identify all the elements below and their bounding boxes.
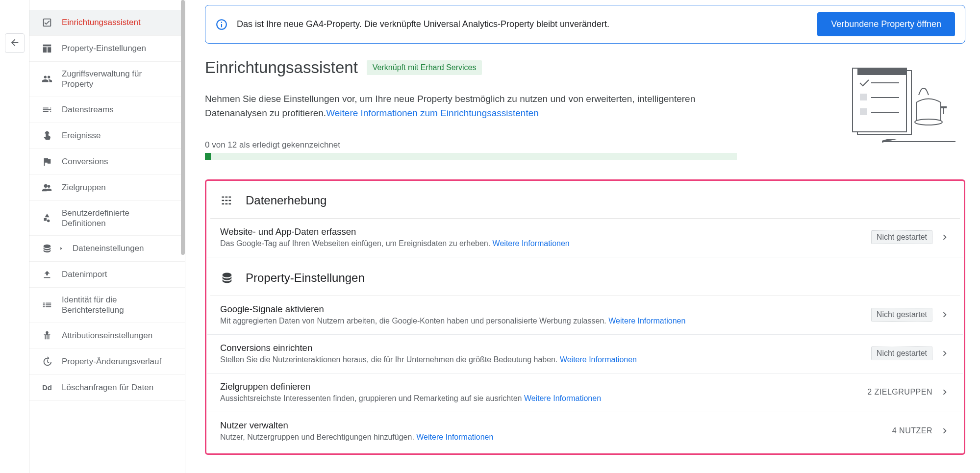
sidebar-item-setup-assistant[interactable]: Einrichtungsassistent	[29, 10, 185, 36]
sidebar-item-change-history[interactable]: Property-Änderungsverlauf	[29, 349, 185, 375]
sidebar: Einrichtungsassistent Property-Einstellu…	[29, 0, 185, 473]
progress: 0 von 12 als erledigt gekennzeichnet	[205, 140, 808, 160]
sidebar-item-label: Dateneinstellungen	[73, 243, 175, 253]
count-text: 4 NUTZER	[892, 426, 932, 435]
sidebar-item-custom-defs[interactable]: Benutzerdefinierte Definitionen	[29, 201, 185, 236]
sidebar-item-label: Benutzerdefinierte Definitionen	[62, 208, 175, 229]
svg-rect-2	[857, 68, 906, 75]
attribution-icon	[41, 330, 53, 342]
count-text: 2 ZIELGRUPPEN	[867, 388, 932, 397]
app-root: Einrichtungsassistent Property-Einstellu…	[0, 0, 980, 473]
row-desc: Mit aggregierten Daten von Nutzern arbei…	[220, 317, 871, 325]
dd-icon: Dd	[41, 382, 53, 394]
status-chip: Nicht gestartet	[871, 347, 932, 360]
row-google-signals[interactable]: Google-Signale aktivieren Mit aggregiert…	[207, 296, 963, 335]
learn-more-link[interactable]: Weitere Informationen	[608, 317, 685, 325]
layout-icon	[41, 43, 53, 54]
open-connected-property-button[interactable]: Verbundene Property öffnen	[817, 12, 955, 36]
main-content: Das ist Ihre neue GA4-Property. Die verk…	[185, 0, 980, 473]
shapes-icon	[41, 212, 53, 224]
sidebar-item-label: Identität für die Berichterstellung	[62, 295, 175, 316]
row-title: Zielgruppen definieren	[220, 381, 867, 392]
arrow-left-icon	[9, 37, 20, 50]
sidebar-item-conversions[interactable]: Conversions	[29, 149, 185, 175]
section-property-settings-header: Property-Einstellungen	[207, 257, 963, 296]
linked-badge: Verknüpft mit Erhard Services	[367, 60, 482, 75]
setup-card: Datenerhebung Website- und App-Daten erf…	[205, 179, 965, 455]
row-audiences-define[interactable]: Zielgruppen definieren Aussichtsreichste…	[207, 373, 963, 412]
sidebar-item-label: Property-Änderungsverlauf	[62, 356, 175, 367]
caret-right-icon	[59, 244, 64, 253]
sidebar-scrollbar[interactable]	[181, 0, 185, 473]
row-desc: Nutzer, Nutzergruppen und Berechtigungen…	[220, 433, 892, 442]
sidebar-item-datastreams[interactable]: Datenstreams	[29, 97, 185, 123]
sidebar-item-label: Conversions	[62, 156, 175, 167]
database-icon	[41, 243, 53, 254]
svg-rect-6	[860, 108, 867, 115]
illustration	[838, 58, 965, 147]
svg-point-8	[915, 119, 942, 125]
row-conversions-setup[interactable]: Conversions einrichten Stellen Sie die N…	[207, 335, 963, 373]
property-settings-icon	[220, 271, 234, 285]
chevron-right-icon	[939, 348, 950, 359]
sidebar-item-label: Datenstreams	[62, 104, 175, 115]
learn-more-link[interactable]: Weitere Informationen	[524, 394, 601, 402]
section-title: Datenerhebung	[246, 194, 327, 207]
page-header: Einrichtungsassistent Verknüpft mit Erha…	[205, 58, 808, 77]
row-title: Google-Signale aktivieren	[220, 304, 871, 315]
sidebar-item-events[interactable]: Ereignisse	[29, 123, 185, 149]
sidebar-item-label: Einrichtungsassistent	[62, 17, 175, 27]
learn-more-link[interactable]: Weitere Informationen	[493, 239, 570, 248]
sidebar-item-label: Attributionseinstellungen	[62, 330, 175, 341]
row-title: Nutzer verwalten	[220, 420, 892, 431]
chevron-right-icon	[939, 387, 950, 398]
sidebar-item-delete-requests[interactable]: Dd Löschanfragen für Daten	[29, 375, 185, 401]
people-icon	[41, 73, 53, 85]
checkbox-icon	[41, 17, 53, 28]
upload-icon	[41, 269, 53, 280]
audience-icon	[41, 182, 53, 194]
banner-text: Das ist Ihre neue GA4-Property. Die verk…	[237, 19, 808, 29]
info-icon	[215, 18, 228, 31]
back-button[interactable]	[5, 33, 25, 53]
streams-icon	[41, 104, 53, 116]
sidebar-item-label: Zielgruppen	[62, 182, 175, 193]
svg-rect-4	[860, 94, 867, 100]
sidebar-item-access-mgmt[interactable]: Zugriffsverwaltung für Property	[29, 62, 185, 97]
chevron-right-icon	[939, 309, 950, 320]
sidebar-item-data-settings[interactable]: Dateneinstellungen	[29, 236, 185, 262]
row-collect-web-app-data[interactable]: Website- und App-Daten erfassen Das Goog…	[207, 219, 963, 257]
status-chip: Nicht gestartet	[871, 308, 932, 322]
sidebar-item-data-import[interactable]: Datenimport	[29, 262, 185, 288]
row-desc: Das Google-Tag auf Ihren Webseiten einfü…	[220, 239, 871, 248]
progress-bar	[205, 153, 737, 160]
sidebar-item-label: Datenimport	[62, 269, 175, 279]
sidebar-item-identity[interactable]: Identität für die Berichterstellung	[29, 288, 185, 323]
intro-text: Nehmen Sie diese Einstellungen vor, um I…	[205, 92, 744, 121]
page-title: Einrichtungsassistent	[205, 58, 358, 77]
touch-icon	[41, 130, 53, 142]
info-banner: Das ist Ihre neue GA4-Property. Die verk…	[205, 5, 965, 44]
flag-icon	[41, 156, 53, 168]
sidebar-item-attribution[interactable]: Attributionseinstellungen	[29, 323, 185, 349]
chevron-right-icon	[939, 425, 950, 436]
data-collection-icon	[220, 194, 234, 207]
row-title: Conversions einrichten	[220, 343, 871, 353]
sidebar-item-label: Property-Einstellungen	[62, 43, 175, 53]
status-chip: Nicht gestartet	[871, 230, 932, 244]
history-icon	[41, 356, 53, 368]
intro-learn-more-link[interactable]: Weitere Informationen zum Einrichtungsas…	[326, 108, 539, 118]
progress-fill	[205, 153, 211, 160]
sidebar-item-label: Zugriffsverwaltung für Property	[62, 69, 175, 90]
sidebar-item-label: Löschanfragen für Daten	[62, 382, 175, 393]
sidebar-item-audiences[interactable]: Zielgruppen	[29, 175, 185, 201]
learn-more-link[interactable]: Weitere Informationen	[560, 355, 637, 364]
back-strip	[0, 0, 29, 473]
learn-more-link[interactable]: Weitere Informationen	[416, 433, 493, 441]
section-title: Property-Einstellungen	[246, 271, 365, 285]
sidebar-item-property-settings[interactable]: Property-Einstellungen	[29, 36, 185, 62]
sidebar-item-label: Ereignisse	[62, 130, 175, 141]
row-desc: Aussichtsreichste Interessenten finden, …	[220, 394, 867, 403]
row-manage-users[interactable]: Nutzer verwalten Nutzer, Nutzergruppen u…	[207, 412, 963, 450]
row-title: Website- und App-Daten erfassen	[220, 226, 871, 237]
